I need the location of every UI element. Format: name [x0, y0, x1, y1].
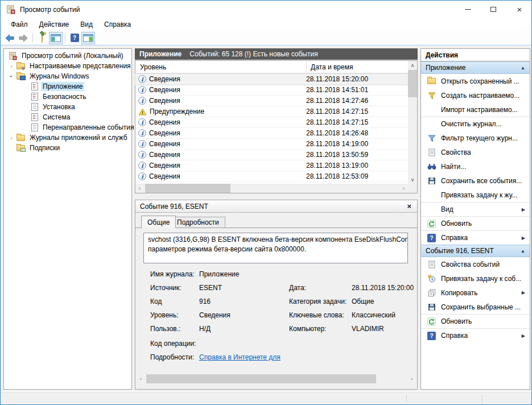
tree-root[interactable]: Просмотр событий (Локальный)	[4, 51, 131, 61]
close-detail-icon[interactable]: ×	[407, 202, 411, 210]
online-help-link[interactable]: Справка в Интернете для	[199, 353, 281, 361]
scroll-left-icon[interactable]: ‹	[135, 184, 144, 193]
action-label: Импорт настраиваемо...	[441, 106, 518, 114]
task-category-label: Категория задачи:	[289, 297, 347, 305]
minimize-button[interactable]	[459, 3, 477, 15]
action-help[interactable]: Справка ▶	[421, 230, 530, 245]
event-row[interactable]: Сведения 28.11.2018 14:27:46	[135, 96, 408, 106]
action-refresh[interactable]: Обновить	[421, 216, 530, 230]
collapse-icon[interactable]: ▲	[521, 249, 525, 254]
collapse-icon[interactable]: ▲	[521, 65, 525, 71]
event-datetime: 28.11.2018 14:26:48	[306, 129, 368, 137]
action-create-custom-view[interactable]: Создать настраиваемо...	[421, 88, 530, 102]
event-row[interactable]: Сведения 28.11.2018 13:19:00	[135, 160, 408, 171]
action-save-selected-events[interactable]: Сохранить выбранные ...	[421, 300, 530, 314]
action-help-event[interactable]: Справка ▶	[421, 328, 530, 342]
tab-details[interactable]: Подробности	[171, 217, 225, 228]
event-description-box[interactable]: svchost (3316,G,98) В ESENT включена бет…	[143, 233, 408, 263]
scroll-thumb[interactable]	[408, 70, 417, 97]
action-find[interactable]: Найти...	[421, 159, 530, 173]
tree-item-system[interactable]: Система	[4, 112, 131, 122]
action-open-saved-log[interactable]: Открыть сохраненный ...	[421, 74, 530, 88]
event-row[interactable]: Сведения 28.11.2018 14:51:01	[135, 85, 408, 96]
scroll-thumb[interactable]	[146, 374, 376, 383]
action-view[interactable]: Вид ▶	[421, 202, 530, 216]
events-horizontal-scrollbar[interactable]: ‹ ›	[135, 184, 408, 193]
tree-item-setup[interactable]: Установка	[4, 102, 131, 112]
actions-section-application[interactable]: Приложение ▲	[421, 61, 530, 74]
action-copy[interactable]: Копировать ▶	[421, 286, 530, 300]
action-label: Обновить	[441, 220, 472, 228]
scroll-down-icon[interactable]: ∨	[408, 175, 417, 184]
menu-file[interactable]: Файл	[5, 19, 34, 30]
maximize-button[interactable]	[484, 3, 502, 15]
forward-button[interactable]	[17, 32, 30, 44]
action-attach-task-to-log[interactable]: Привязать задачу к жу...	[421, 188, 530, 202]
column-level[interactable]: Уровень	[135, 63, 306, 71]
event-row[interactable]: Сведения 28.11.2018 14:27:15	[135, 117, 408, 128]
event-row[interactable]: Сведения 28.11.2018 14:19:00	[135, 139, 408, 150]
tree-item-security[interactable]: Безопасность	[4, 92, 131, 102]
action-attach-task-to-event[interactable]: Привязать задачу к соб...	[421, 271, 530, 286]
status-separator	[406, 395, 407, 403]
event-row[interactable]: ! Предупреждение 28.11.2018 14:27:15	[135, 106, 408, 117]
action-label: Сохранить выбранные ...	[441, 303, 521, 311]
scroll-thumb[interactable]	[145, 184, 230, 193]
scroll-left-icon[interactable]: ‹	[137, 374, 145, 383]
scroll-up-icon[interactable]: ∧	[408, 61, 417, 69]
close-button[interactable]: ×	[510, 3, 529, 15]
chevron-down-icon[interactable]: ›	[8, 73, 15, 79]
window-title: Просмотр событий	[20, 6, 80, 14]
menu-help[interactable]: Справка	[98, 19, 137, 30]
event-row[interactable]: Сведения 28.11.2018 15:20:00	[135, 74, 408, 85]
event-row[interactable]: Сведения 28.11.2018 14:26:48	[135, 128, 408, 139]
column-divider[interactable]	[306, 62, 307, 72]
action-label: Сохранить все события...	[441, 177, 522, 185]
column-datetime[interactable]: Дата и время	[306, 63, 353, 71]
open-saved-log-button[interactable]	[35, 32, 49, 44]
tree-item-forwarded-events[interactable]: Перенаправленные события	[4, 122, 131, 133]
tab-general[interactable]: Общие	[141, 216, 176, 228]
tree-item-subscriptions[interactable]: Подписки	[4, 143, 131, 153]
chevron-right-icon[interactable]: ›	[9, 134, 14, 141]
events-header-bar: Приложение Событий: 65 128 (!) Есть новы…	[135, 48, 418, 60]
action-pane-icon	[83, 34, 93, 42]
help-button[interactable]	[68, 32, 81, 44]
action-import-custom-view[interactable]: Импорт настраиваемо...	[421, 102, 530, 117]
actions-section-event[interactable]: Событие 916, ESENT ▲	[421, 245, 530, 257]
show-console-tree-button[interactable]	[49, 32, 63, 44]
chevron-right-icon[interactable]: ›	[9, 63, 14, 69]
floppy-icon	[427, 177, 436, 185]
action-label: Очистить журнал...	[441, 120, 502, 128]
menu-action[interactable]: Действие	[34, 19, 75, 30]
events-column-header: Уровень Дата и время	[135, 61, 408, 73]
scroll-right-icon[interactable]: ›	[407, 374, 416, 383]
action-clear-log[interactable]: Очистить журнал...	[421, 117, 530, 131]
description-line: svchost (3316,G,98) В ESENT включена бет…	[148, 235, 403, 245]
back-button[interactable]	[3, 32, 17, 44]
tree-item-custom-views[interactable]: › Настраиваемые представления	[4, 61, 131, 71]
event-datetime: 28.11.2018 14:51:01	[306, 86, 368, 94]
action-event-properties[interactable]: Свойства событий	[421, 257, 530, 271]
menu-view[interactable]: Вид	[75, 19, 98, 30]
event-detail-header: Событие 916, ESENT ×	[135, 200, 417, 213]
tree-item-apps-services-logs[interactable]: › Журналы приложений и служб	[4, 133, 131, 143]
action-save-all-events[interactable]: Сохранить все события...	[421, 173, 530, 188]
event-row[interactable]: Сведения 28.11.2018 12:53:09	[135, 171, 408, 182]
events-vertical-scrollbar[interactable]: ∧ ∨	[408, 61, 417, 184]
action-filter-current-log[interactable]: Фильтр текущего журн...	[421, 131, 530, 145]
section-header-label: Приложение	[426, 64, 465, 72]
tree-item-application[interactable]: Приложение	[4, 81, 131, 92]
forward-icon	[18, 34, 28, 42]
action-refresh-event[interactable]: Обновить	[421, 314, 530, 328]
action-properties[interactable]: Свойства	[421, 145, 530, 159]
tree-item-windows-logs[interactable]: › Журналы Windows	[4, 71, 131, 81]
event-row[interactable]: Сведения 28.11.2018 13:50:59	[135, 150, 408, 160]
opcode-label: Код операции:	[150, 340, 196, 348]
show-action-pane-button[interactable]	[81, 32, 95, 44]
event-datetime: 28.11.2018 14:27:15	[306, 108, 368, 115]
detail-horizontal-scrollbar[interactable]: ‹ ›	[137, 374, 416, 383]
event-datetime: 28.11.2018 14:27:46	[306, 97, 368, 105]
event-datetime: 28.11.2018 13:50:59	[306, 151, 368, 159]
scroll-right-icon[interactable]: ›	[399, 184, 408, 193]
